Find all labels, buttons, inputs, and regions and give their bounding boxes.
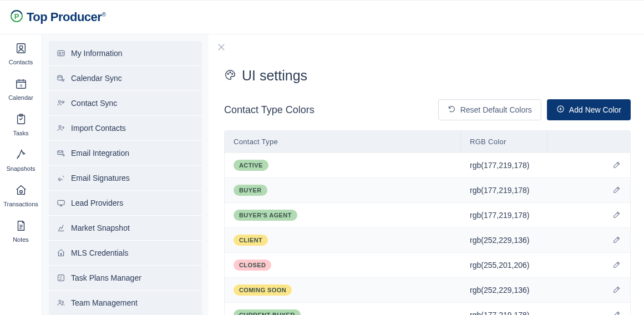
notes-icon bbox=[15, 220, 27, 234]
undo-icon bbox=[448, 105, 456, 115]
rail-label: Snapshots bbox=[7, 165, 36, 172]
edit-icon[interactable] bbox=[612, 260, 621, 271]
cell-contact-type: CLOSED bbox=[225, 253, 461, 277]
settings-item-team-management[interactable]: Team Management bbox=[49, 291, 202, 315]
mail-link-icon bbox=[57, 149, 65, 158]
table-row: BUYERrgb(177,219,178) bbox=[225, 177, 630, 202]
chart-icon bbox=[57, 223, 65, 232]
contact-type-tag: BUYER bbox=[234, 185, 267, 196]
cell-contact-type: CURRENT BUYER bbox=[225, 303, 461, 315]
settings-item-mls-credentials[interactable]: MLS Credentials bbox=[49, 241, 202, 266]
column-contact-type: Contact Type bbox=[225, 131, 461, 153]
table-row: CLOSEDrgb(255,201,206) bbox=[225, 252, 630, 277]
button-label: Reset Default Colors bbox=[460, 105, 532, 114]
contacts-icon bbox=[15, 42, 27, 57]
svg-rect-16 bbox=[58, 200, 64, 205]
table-row: CURRENT BUYERrgb(177,219,178) bbox=[225, 302, 630, 315]
svg-text:9: 9 bbox=[19, 83, 22, 88]
contact-type-tag: COMING SOON bbox=[234, 284, 292, 296]
settings-item-label: Lead Providers bbox=[71, 199, 123, 207]
svg-point-19 bbox=[59, 300, 61, 302]
table-row: ACTIVErgb(177,219,178) bbox=[225, 153, 630, 177]
reset-default-colors-button[interactable]: Reset Default Colors bbox=[438, 99, 541, 120]
signature-icon bbox=[57, 174, 65, 182]
rail-label: Tasks bbox=[13, 130, 28, 136]
monitor-icon bbox=[57, 199, 65, 207]
rail-tasks[interactable]: Tasks bbox=[1, 113, 41, 136]
column-rgb-color: RGB Color bbox=[461, 131, 547, 153]
settings-item-label: Calendar Sync bbox=[71, 74, 122, 83]
rail-transactions[interactable]: Transactions bbox=[1, 184, 41, 207]
page-title: UI settings bbox=[242, 68, 307, 84]
contact-type-tag: BUYER'S AGENT bbox=[234, 210, 297, 221]
rail-contacts[interactable]: Contacts bbox=[1, 42, 41, 65]
svg-rect-14 bbox=[58, 151, 63, 155]
edit-icon[interactable] bbox=[612, 285, 621, 296]
rail-notes[interactable]: Notes bbox=[1, 220, 41, 243]
close-icon[interactable] bbox=[216, 42, 226, 54]
rail-calendar[interactable]: 9 Calendar bbox=[1, 78, 41, 101]
contact-type-colors-table: Contact Type RGB Color ACTIVErgb(177,219… bbox=[224, 130, 631, 315]
main-panel: UI settings Contact Type Colors Reset De… bbox=[209, 34, 644, 315]
palette-add-icon bbox=[556, 105, 565, 115]
brand-name: Top Producer® bbox=[27, 10, 105, 24]
table-body: ACTIVErgb(177,219,178)BUYERrgb(177,219,1… bbox=[225, 153, 630, 315]
cell-actions bbox=[547, 278, 630, 302]
import-icon bbox=[57, 124, 65, 133]
svg-point-8 bbox=[19, 190, 22, 193]
calendar-sync-icon bbox=[57, 74, 65, 83]
cell-actions bbox=[547, 178, 630, 202]
settings-item-email-signatures[interactable]: Email Signatures bbox=[49, 166, 202, 191]
svg-rect-18 bbox=[58, 275, 64, 281]
settings-item-import-contacts[interactable]: Import Contacts bbox=[49, 116, 202, 141]
settings-item-label: Team Management bbox=[71, 298, 138, 307]
svg-point-13 bbox=[59, 125, 61, 128]
checklist-icon bbox=[57, 273, 65, 282]
settings-item-email-integration[interactable]: Email Integration bbox=[49, 141, 202, 166]
cell-actions bbox=[547, 253, 630, 277]
rail-snapshots[interactable]: Snapshots bbox=[1, 149, 41, 172]
table-row: COMING SOONrgb(252,229,136) bbox=[225, 277, 630, 302]
edit-icon[interactable] bbox=[612, 310, 621, 316]
settings-item-label: Import Contacts bbox=[71, 124, 126, 133]
button-label: Add New Color bbox=[569, 105, 621, 114]
edit-icon[interactable] bbox=[612, 210, 621, 221]
brand[interactable]: P Top Producer® bbox=[10, 9, 105, 25]
contact-type-tag: CURRENT BUYER bbox=[234, 309, 301, 315]
rail-label: Calendar bbox=[8, 94, 33, 101]
settings-item-contact-sync[interactable]: Contact Sync bbox=[49, 91, 202, 116]
rail-label: Transactions bbox=[3, 201, 38, 207]
svg-point-10 bbox=[59, 52, 61, 54]
edit-icon[interactable] bbox=[612, 235, 621, 246]
settings-item-label: My Information bbox=[71, 49, 123, 58]
settings-item-calendar-sync[interactable]: Calendar Sync bbox=[49, 66, 202, 91]
settings-item-my-information[interactable]: My Information bbox=[49, 41, 202, 66]
contact-type-tag: CLOSED bbox=[234, 260, 271, 271]
topbar: P Top Producer® bbox=[0, 0, 644, 34]
cell-rgb: rgb(252,229,136) bbox=[461, 228, 547, 252]
contact-type-tag: ACTIVE bbox=[234, 160, 268, 171]
nav-rail: Contacts 9 Calendar Tasks Snapshots Tran… bbox=[0, 34, 42, 315]
team-icon bbox=[57, 298, 65, 307]
edit-icon[interactable] bbox=[612, 185, 621, 196]
calendar-icon: 9 bbox=[15, 78, 27, 92]
settings-item-market-snapshot[interactable]: Market Snapshot bbox=[49, 216, 202, 241]
edit-icon[interactable] bbox=[612, 160, 621, 171]
svg-point-21 bbox=[227, 73, 229, 74]
table-row: BUYER'S AGENTrgb(177,219,178) bbox=[225, 202, 630, 227]
svg-point-17 bbox=[60, 253, 62, 255]
settings-item-label: MLS Credentials bbox=[71, 248, 129, 257]
contact-sync-icon bbox=[57, 99, 65, 108]
svg-text:P: P bbox=[14, 12, 19, 21]
svg-point-22 bbox=[230, 72, 231, 73]
contact-type-tag: CLIENT bbox=[234, 235, 268, 246]
house-key-icon bbox=[57, 248, 65, 257]
settings-item-lead-providers[interactable]: Lead Providers bbox=[49, 191, 202, 216]
cell-rgb: rgb(177,219,178) bbox=[461, 178, 547, 202]
cell-contact-type: COMING SOON bbox=[225, 278, 461, 302]
transactions-icon bbox=[15, 184, 27, 199]
settings-item-task-plans[interactable]: Task Plans Manager bbox=[49, 266, 202, 291]
add-new-color-button[interactable]: Add New Color bbox=[547, 99, 631, 120]
cell-actions bbox=[547, 228, 630, 252]
settings-item-label: Contact Sync bbox=[71, 99, 117, 108]
